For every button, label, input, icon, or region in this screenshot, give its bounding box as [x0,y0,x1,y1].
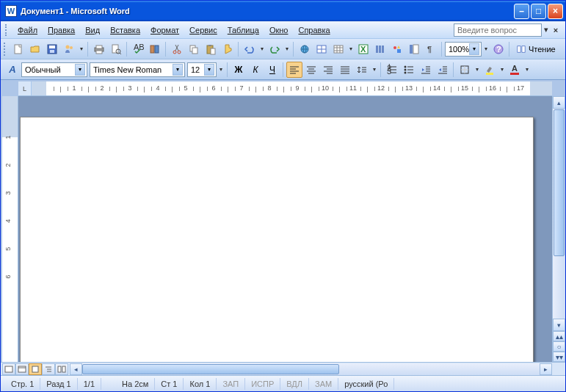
menubar-close[interactable]: × [551,26,561,35]
research-button[interactable] [147,41,163,57]
status-trk[interactable]: ИСПР [245,378,280,390]
align-center-button[interactable] [303,62,319,78]
hyperlink-button[interactable] [297,41,313,57]
prev-page-button[interactable]: ▴▴ [553,331,565,341]
status-ovr[interactable]: ЗАМ [309,378,338,390]
cut-button[interactable] [169,41,185,57]
print-layout-view-button[interactable] [29,363,42,375]
fontsize-dropdown-icon[interactable]: ▾ [204,64,214,76]
reading-mode-button[interactable]: Чтение [512,41,559,57]
minimize-button[interactable]: – [514,4,529,19]
status-language[interactable]: русский (Ро [338,378,394,390]
web-view-button[interactable] [15,363,29,375]
menu-format[interactable]: Формат [145,23,184,37]
underline-button[interactable]: Ч [264,62,280,78]
align-right-button[interactable] [320,62,336,78]
menu-insert[interactable]: Вставка [105,23,145,37]
font-color-button[interactable]: A [507,62,523,78]
bulleted-list-button[interactable] [401,62,417,78]
undo-dropdown[interactable]: ▾ [258,41,266,57]
status-section[interactable]: Разд 1 [40,378,77,390]
italic-button[interactable]: К [247,62,264,78]
align-justify-button[interactable] [337,62,353,78]
line-spacing-dropdown[interactable]: ▾ [371,62,378,78]
decrease-indent-button[interactable] [418,62,434,78]
borders-dropdown[interactable]: ▾ [474,62,481,78]
ruler-tab-selector[interactable]: L [18,81,32,95]
scroll-left-button[interactable]: ◂ [70,363,82,375]
bold-button[interactable]: Ж [231,62,247,78]
status-pages[interactable]: 1/1 [78,378,101,390]
app-icon[interactable]: W [5,5,17,17]
redo-dropdown[interactable]: ▾ [283,41,291,57]
zoom-dropdown-icon[interactable]: ▾ [469,43,479,55]
highlight-dropdown[interactable]: ▾ [498,62,506,78]
help-button[interactable]: ? [490,41,507,57]
normal-view-button[interactable] [2,363,15,375]
paste-button[interactable] [203,41,219,57]
browse-object-button[interactable]: ○ [553,341,565,352]
vscroll-track[interactable] [553,257,565,319]
titlebar[interactable]: W Документ1 - Microsoft Word – □ × [1,1,565,21]
permissions-button[interactable] [61,41,77,57]
status-line[interactable]: Ст 1 [155,378,184,390]
reading-view-button[interactable] [55,363,68,375]
drawing-button[interactable] [389,41,405,57]
highlight-button[interactable] [482,62,498,78]
horizontal-ruler[interactable]: L 1234567891011121314151617 [18,81,552,96]
outline-view-button[interactable] [42,363,55,375]
menu-table[interactable]: Таблица [222,23,264,37]
tables-borders-button[interactable] [313,41,330,57]
redo-button[interactable] [266,41,283,57]
undo-button[interactable] [242,41,258,57]
print-preview-button[interactable] [108,41,124,57]
spellcheck-button[interactable]: ABC [130,41,146,57]
menu-help[interactable]: Справка [293,23,335,37]
menu-edit[interactable]: Правка [43,23,80,37]
hscroll-track[interactable] [82,363,540,375]
align-left-button[interactable] [286,62,302,78]
horizontal-scrollbar[interactable]: ◂ ▸ [70,363,552,375]
menu-file[interactable]: Файл [12,23,43,37]
status-page[interactable]: Стр. 1 [5,378,40,390]
font-combo[interactable]: Times New Roman ▾ [90,62,185,77]
borders-button[interactable] [457,62,473,78]
next-page-button[interactable]: ▾▾ [553,352,565,362]
style-combo[interactable]: Обычный ▾ [21,62,87,77]
toolbar-handle[interactable] [4,43,8,56]
docmap-button[interactable] [406,41,422,57]
ask-question-input[interactable] [454,23,542,37]
increase-indent-button[interactable] [435,62,451,78]
permissions-dropdown[interactable]: ▾ [78,41,85,57]
vertical-ruler[interactable]: 123456 [2,96,18,362]
status-rec[interactable]: ЗАП [217,378,245,390]
scroll-up-button[interactable]: ▴ [553,96,565,109]
fontsize-extra[interactable]: ▾ [217,62,225,78]
menu-tools[interactable]: Сервис [184,23,222,37]
vscroll-thumb[interactable] [554,109,565,256]
scroll-right-button[interactable]: ▸ [540,363,552,375]
document-area[interactable] [18,96,552,362]
status-ext[interactable]: ВДЛ [280,378,309,390]
show-formatting-button[interactable]: ¶ [423,41,439,57]
menu-view[interactable]: Вид [80,23,105,37]
page[interactable] [20,117,534,362]
menubar-handle[interactable] [5,24,10,36]
style-dropdown-icon[interactable]: ▾ [75,64,85,76]
font-color-dropdown[interactable]: ▾ [523,62,531,78]
copy-button[interactable] [186,41,202,57]
close-button[interactable]: × [548,4,563,19]
hscroll-thumb[interactable] [82,364,339,374]
excel-button[interactable]: X [355,41,371,57]
new-button[interactable] [10,41,26,57]
status-at[interactable]: На 2см [116,378,155,390]
font-dropdown-icon[interactable]: ▾ [173,64,183,76]
insert-table-button[interactable] [330,41,347,57]
columns-button[interactable] [372,41,388,57]
vertical-scrollbar[interactable]: ▴ ▾ ▴▴ ○ ▾▾ [552,96,565,362]
styles-pane-button[interactable]: A [4,62,21,78]
fontsize-combo[interactable]: 12 ▾ [187,62,217,77]
print-button[interactable] [91,41,107,57]
insert-table-dropdown[interactable]: ▾ [347,41,355,57]
menu-window[interactable]: Окно [264,23,294,37]
